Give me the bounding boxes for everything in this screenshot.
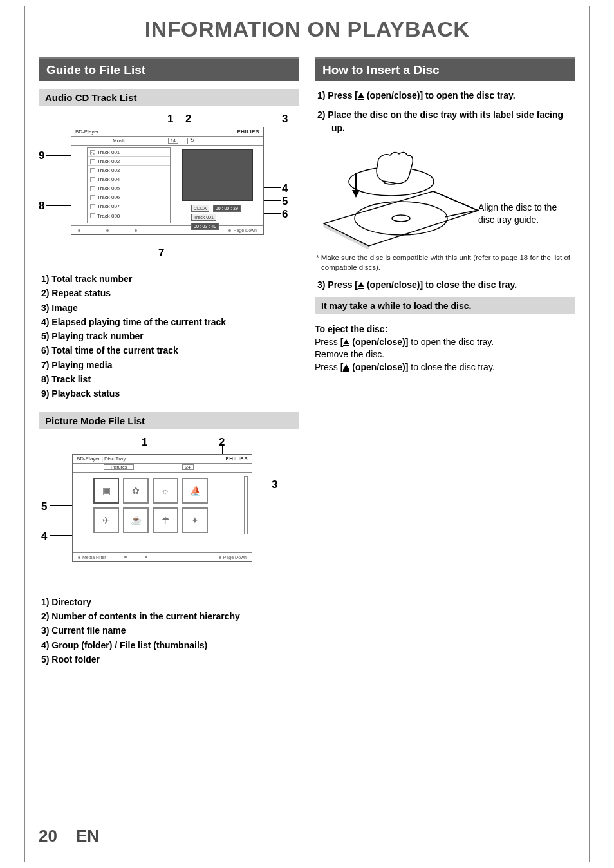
note-icon	[90, 177, 95, 182]
legend-item: 8) Track list	[41, 373, 297, 386]
loading-notice: It may take a while to load the disc.	[315, 297, 575, 314]
note-icon	[90, 186, 95, 191]
footer-dot-icon	[78, 229, 80, 232]
cd-track: Track 006	[97, 194, 120, 200]
page-title: INFORMATION ON PLAYBACK	[0, 17, 614, 42]
pic-header-right: PHILIPS	[225, 456, 248, 462]
legend-item: 4) Group (folder) / File list (thumbnail…	[41, 639, 297, 652]
legend-item: 4) Elapsed playing time of the current t…	[41, 316, 297, 328]
legend-item: 9) Playback status	[41, 387, 297, 400]
figure-picture-mode-file-list: 1 2 3 4 5 BD-Player | Disc Tray PHILIPS …	[39, 436, 299, 584]
step1-suffix: (open/close)] to open the disc tray.	[364, 90, 516, 100]
cd-image-area	[182, 149, 253, 201]
note-icon	[90, 159, 95, 164]
pic-footer-media-filter: Media Filter	[82, 555, 106, 560]
thumbnail-grid: ▣ ✿ ☼ ⛵ ✈ ☕ ☂ ✦	[93, 478, 245, 533]
legend-item: 1) Directory	[41, 596, 297, 609]
picture-thumb: ☂	[153, 507, 178, 533]
cd-track: Track 001	[97, 149, 120, 155]
legend-item: 3) Image	[41, 301, 297, 314]
eject-l1-rest: to open the disc tray.	[408, 337, 494, 347]
callout-6: 6	[282, 208, 288, 221]
footer-dot-icon	[78, 556, 80, 559]
right-column: How to Insert a Disc 1) Press [ (open/cl…	[315, 57, 575, 677]
callout-5: 5	[282, 195, 288, 208]
note-icon	[90, 195, 95, 200]
cd-screen-mock: BD-Player PHILIPS Music 14 ↻ ▷Track 001 …	[71, 127, 264, 235]
cd-playing-track-number: Track 001	[191, 214, 216, 221]
cd-repeat-status: ↻	[187, 138, 196, 144]
step-3: 3) Press [ (open/close)] to close the di…	[317, 278, 573, 291]
cd-elapsed-time: 00 : 00 : 39	[213, 205, 241, 212]
cd-track-list: ▷Track 001 Track 002 Track 003 Track 004…	[87, 147, 171, 223]
picture-mode-legend: 1) Directory 2) Number of contents in th…	[39, 596, 299, 666]
legend-item: 6) Total time of the current track	[41, 344, 297, 357]
eject-l1-suffix: (open/close)]	[349, 337, 408, 347]
pic-content-count: 24	[182, 464, 194, 470]
legend-item: 2) Number of contents in the current hie…	[41, 610, 297, 623]
callout-8: 8	[39, 200, 44, 212]
disc-caption-line2: disc tray guide.	[478, 214, 539, 225]
pic-directory: Pictures	[104, 464, 134, 470]
picture-thumb: ✈	[93, 507, 119, 533]
eject-icon	[358, 93, 364, 98]
eject-title: To eject the disc:	[315, 323, 575, 336]
legend-item: 7) Playing media	[41, 359, 297, 372]
step3-prefix: 3) Press [	[317, 279, 358, 290]
step1-prefix: 1) Press [	[317, 90, 358, 100]
insert-disc-steps: 1) Press [ (open/close)] to open the dis…	[315, 89, 575, 135]
eject-line-1: Press [ (open/close)] to open the disc t…	[315, 336, 575, 349]
cd-track: Track 003	[97, 167, 120, 173]
footer-dot-icon	[135, 229, 137, 232]
eject-l3-rest: to close the disc tray.	[408, 362, 494, 372]
figure-audio-cd-track-list: 1 2 3 4 5 6 7 8 9 BD-Player PHILIPS	[39, 113, 299, 261]
step3-suffix: (open/close)] to close the disc tray.	[364, 279, 517, 290]
cd-track: Track 008	[97, 213, 120, 219]
eject-l1-prefix: Press	[315, 337, 340, 347]
footer-dot-icon	[106, 229, 109, 232]
cd-header-right: PHILIPS	[237, 129, 259, 135]
eject-line-2: Remove the disc.	[315, 348, 575, 361]
picture-thumb: ✦	[182, 507, 208, 533]
disc-tray-illustration	[317, 146, 485, 249]
callout-9: 9	[39, 149, 44, 162]
picture-screen-mock: BD-Player | Disc Tray PHILIPS Pictures 2…	[72, 454, 252, 562]
svg-marker-7	[352, 190, 360, 198]
page-number: 20	[39, 826, 57, 846]
cd-sub-dir: Music	[113, 138, 126, 144]
figure-insert-disc: Align the disc to the disc tray guide.	[317, 146, 562, 249]
callout-3: 3	[282, 113, 288, 126]
root-folder-thumb: ▣	[93, 478, 119, 504]
footer-dot-icon	[228, 229, 231, 232]
play-icon: ▷	[90, 150, 95, 155]
content-columns: Guide to File List Audio CD Track List 1…	[0, 57, 614, 677]
legend-item: 2) Repeat status	[41, 287, 297, 299]
audio-cd-legend: 1) Total track number 2) Repeat status 3…	[39, 272, 299, 401]
pic-footer-page-down: Page Down	[223, 555, 247, 560]
note-icon	[90, 168, 95, 173]
disc-caption-line1: Align the disc to the	[478, 202, 557, 212]
note-icon	[90, 204, 95, 209]
note-icon	[90, 213, 95, 218]
pic-filename-bar	[244, 476, 248, 534]
callout-7: 7	[158, 247, 164, 259]
cd-header-left: BD-Player	[75, 129, 98, 135]
subheading-audio-cd-track-list: Audio CD Track List	[39, 89, 299, 106]
disc-caption: Align the disc to the disc tray guide.	[478, 202, 557, 226]
footer-dot-icon	[145, 556, 147, 558]
section-how-to-insert-a-disc: How to Insert a Disc	[315, 57, 575, 81]
picture-thumb: ☕	[123, 507, 149, 533]
pic-header-left: BD-Player | Disc Tray	[77, 456, 126, 462]
picture-thumb: ⛵	[182, 478, 208, 504]
footer-dot-icon	[219, 556, 221, 559]
legend-item: 5) Root folder	[41, 653, 297, 666]
cd-total-track-number: 14	[168, 138, 178, 144]
insert-disc-step3: 3) Press [ (open/close)] to close the di…	[315, 278, 575, 291]
eject-l3-suffix: (open/close)]	[349, 362, 408, 372]
cd-total-time: 00 : 03 : 40	[191, 223, 219, 230]
footer-dot-icon	[124, 556, 127, 558]
legend-item: 5) Playing track number	[41, 330, 297, 343]
cd-track: Track 002	[97, 158, 120, 164]
compatibility-note: * Make sure the disc is compatible with …	[315, 253, 575, 278]
step-2: 2) Place the disc on the disc tray with …	[317, 108, 573, 135]
